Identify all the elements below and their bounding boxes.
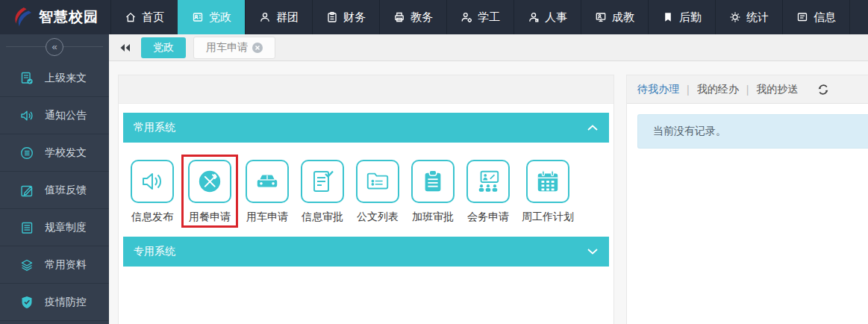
pencil-square-icon [19, 183, 34, 198]
nav-item-label: 后勤 [679, 10, 702, 25]
empty-records-message: 当前没有记录。 [637, 114, 868, 149]
nav-item-home[interactable]: 首页 [110, 0, 178, 34]
todo-panel-body: 当前没有记录。 [627, 104, 868, 149]
clipboard-icon [420, 169, 446, 194]
section-title: 专用系统 [134, 245, 175, 258]
sidebar-item-label: 学校发文 [45, 146, 87, 160]
section-special-systems[interactable]: 专用系统 [123, 237, 609, 267]
app-tile-weekly-plan[interactable]: 周工作计划 [522, 160, 574, 224]
idcard-icon [192, 11, 204, 23]
message-icon [796, 11, 808, 23]
tab-my-handled[interactable]: 我的经办 [697, 83, 739, 96]
printer-icon [393, 11, 405, 23]
refresh-icon [817, 84, 829, 96]
nav-item-statistics[interactable]: 统计 [715, 0, 782, 34]
app-tile-info-approval[interactable]: 信息审批 [301, 160, 344, 224]
app-tile-meeting-request[interactable]: 会务申请 [466, 160, 510, 224]
app-tile-info-publish[interactable]: 信息发布 [131, 160, 174, 224]
speaker-icon [140, 169, 165, 194]
tab-bar: 党政 用车申请 [109, 34, 868, 61]
car-icon [255, 169, 280, 194]
document-check-icon [19, 71, 34, 86]
app-tile-document-list[interactable]: 公文列表 [356, 160, 399, 224]
app-logo: 智慧校园 [0, 0, 110, 34]
sidebar-item-superior-documents[interactable]: 上级来文 [0, 60, 109, 97]
sidebar-item-epidemic-control[interactable]: 疫情防控 [0, 284, 109, 321]
home-icon [125, 11, 137, 23]
app-tile-car-request[interactable]: 用车申请 [246, 160, 289, 224]
app-tile-label: 会务申请 [467, 211, 509, 224]
meeting-icon [475, 169, 501, 194]
app-title: 智慧校园 [39, 7, 99, 27]
nav-item-label: 群团 [276, 10, 299, 25]
sidebar-collapse-button[interactable]: « [46, 38, 63, 56]
user-icon [528, 11, 540, 23]
app-tile-label: 用车申请 [246, 211, 288, 224]
main-panel-header [119, 75, 613, 104]
nav-item-adult-edu[interactable]: 成教 [581, 0, 648, 34]
app-tile-meal-request[interactable]: 用餐申请 [188, 160, 231, 224]
shield-check-icon [19, 295, 34, 310]
sidebar-collapse-row: « [0, 34, 109, 60]
refresh-button[interactable] [817, 84, 829, 96]
todo-panel-header: 待我办理 | 我的经办 | 我的抄送 [627, 75, 868, 104]
monitor-user-icon [595, 11, 607, 23]
tab-separator: | [687, 84, 690, 96]
todo-panel: 待我办理 | 我的经办 | 我的抄送 当前没有记录。 [626, 75, 868, 324]
nav-item-label: 教务 [410, 10, 433, 25]
app-tile-overtime-approval[interactable]: 加班审批 [411, 160, 455, 224]
sidebar-item-label: 值班反馈 [45, 184, 87, 197]
sidebar-item-label: 常用资料 [45, 258, 87, 272]
highlight-box: 用餐申请 [181, 155, 238, 228]
meal-icon [197, 169, 222, 194]
sidebar-item-common-materials[interactable]: 常用资料 [0, 246, 109, 284]
section-title: 常用系统 [134, 121, 175, 134]
app-tile-label: 用餐申请 [189, 211, 231, 224]
nav-item-finance[interactable]: 财务 [312, 0, 379, 34]
close-icon[interactable] [252, 43, 263, 53]
nav-item-information[interactable]: 信息 [782, 0, 850, 34]
sidebar-item-notices[interactable]: 通知公告 [0, 97, 109, 134]
tab-car-request[interactable]: 用车申请 [193, 37, 275, 59]
sidebar-item-label: 通知公告 [45, 109, 87, 122]
gear-icon [729, 11, 741, 23]
tabs-collapse-button[interactable] [119, 43, 131, 53]
sidebar-item-label: 上级来文 [45, 72, 87, 85]
app-tile-label: 信息审批 [302, 211, 343, 224]
tab-my-cc[interactable]: 我的抄送 [756, 83, 798, 96]
nav-item-academic[interactable]: 教务 [379, 0, 446, 34]
sidebar: « 上级来文 通知公告 学校发文 值班反馈 规章制度 常用资料 疫情防控 [0, 34, 109, 324]
app-tiles-row: 信息发布 用餐申请 [123, 143, 609, 237]
clipboard-icon [326, 11, 338, 23]
sidebar-item-regulations[interactable]: 规章制度 [0, 209, 109, 246]
nav-item-label: 财务 [343, 10, 366, 25]
nav-item-groups[interactable]: 群团 [245, 0, 312, 34]
top-nav-items: 首页 党政 群团 财务 教务 学工 人事 成教 [110, 0, 850, 34]
bookmark-icon [662, 11, 674, 23]
nav-item-party[interactable]: 党政 [178, 0, 245, 34]
sidebar-item-duty-feedback[interactable]: 值班反馈 [0, 172, 109, 209]
user-gear-icon [460, 11, 472, 23]
nav-item-logistics[interactable]: 后勤 [648, 0, 715, 34]
layers-icon [19, 258, 34, 272]
tab-pending-tasks[interactable]: 待我办理 [637, 83, 679, 96]
nav-item-label: 学工 [478, 10, 500, 25]
nav-item-label: 党政 [209, 10, 231, 25]
double-left-arrow-icon [119, 43, 131, 53]
user-icon [259, 11, 271, 23]
nav-item-hr[interactable]: 人事 [513, 0, 581, 34]
tab-party[interactable]: 党政 [141, 37, 186, 58]
app-tile-label: 信息发布 [131, 211, 173, 224]
list-circle-icon [19, 146, 34, 161]
app-tile-label: 公文列表 [357, 211, 399, 224]
tab-label: 党政 [153, 41, 174, 54]
calendar-icon [535, 169, 561, 194]
nav-item-student[interactable]: 学工 [446, 0, 513, 34]
nav-item-label: 信息 [814, 10, 836, 25]
folder-list-icon [365, 169, 390, 194]
chevron-up-icon [587, 124, 599, 131]
chevron-down-icon [587, 248, 599, 255]
sidebar-item-school-documents[interactable]: 学校发文 [0, 134, 109, 172]
section-common-systems[interactable]: 常用系统 [123, 113, 609, 143]
nav-item-label: 成教 [612, 10, 634, 25]
